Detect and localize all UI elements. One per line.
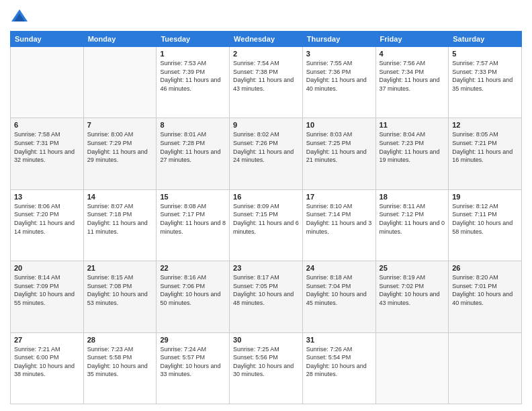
- day-info: Sunrise: 8:10 AMSunset: 7:14 PMDaylight:…: [306, 202, 372, 236]
- calendar-cell: 31Sunrise: 7:26 AMSunset: 5:54 PMDayligh…: [302, 332, 375, 404]
- calendar-week-1: 1Sunrise: 7:53 AMSunset: 7:39 PMDaylight…: [11, 47, 522, 118]
- day-number: 6: [14, 121, 80, 129]
- day-number: 3: [306, 50, 372, 58]
- day-number: 5: [452, 50, 518, 58]
- day-number: 15: [160, 193, 226, 201]
- calendar-cell: 24Sunrise: 8:18 AMSunset: 7:04 PMDayligh…: [302, 261, 375, 332]
- calendar-cell: 23Sunrise: 8:17 AMSunset: 7:05 PMDayligh…: [230, 261, 303, 332]
- weekday-header-sunday: Sunday: [11, 32, 84, 47]
- calendar-cell: 4Sunrise: 7:56 AMSunset: 7:34 PMDaylight…: [375, 47, 449, 118]
- day-info: Sunrise: 8:01 AMSunset: 7:28 PMDaylight:…: [160, 130, 226, 164]
- day-info: Sunrise: 7:23 AMSunset: 5:58 PMDaylight:…: [87, 345, 153, 379]
- day-info: Sunrise: 8:14 AMSunset: 7:09 PMDaylight:…: [14, 273, 80, 307]
- day-number: 12: [452, 121, 518, 129]
- weekday-header-thursday: Thursday: [302, 32, 375, 47]
- day-number: 9: [233, 121, 299, 129]
- day-number: 20: [14, 264, 80, 272]
- calendar-cell: 20Sunrise: 8:14 AMSunset: 7:09 PMDayligh…: [11, 261, 84, 332]
- day-number: 19: [452, 193, 518, 201]
- day-info: Sunrise: 8:02 AMSunset: 7:26 PMDaylight:…: [233, 130, 299, 164]
- day-info: Sunrise: 8:20 AMSunset: 7:01 PMDaylight:…: [452, 273, 518, 307]
- calendar-cell: 12Sunrise: 8:05 AMSunset: 7:21 PMDayligh…: [449, 118, 522, 189]
- day-number: 23: [233, 264, 299, 272]
- day-number: 4: [380, 50, 445, 58]
- day-info: Sunrise: 8:00 AMSunset: 7:29 PMDaylight:…: [87, 130, 153, 164]
- calendar-week-4: 20Sunrise: 8:14 AMSunset: 7:09 PMDayligh…: [11, 261, 522, 332]
- day-number: 14: [87, 193, 153, 201]
- day-number: 18: [380, 193, 445, 201]
- day-number: 29: [160, 336, 226, 344]
- day-info: Sunrise: 8:07 AMSunset: 7:18 PMDaylight:…: [87, 202, 153, 236]
- day-info: Sunrise: 7:58 AMSunset: 7:31 PMDaylight:…: [14, 130, 80, 164]
- day-info: Sunrise: 8:03 AMSunset: 7:25 PMDaylight:…: [306, 130, 372, 164]
- day-info: Sunrise: 8:09 AMSunset: 7:15 PMDaylight:…: [233, 202, 299, 236]
- day-number: 26: [452, 264, 518, 272]
- calendar-cell: 16Sunrise: 8:09 AMSunset: 7:15 PMDayligh…: [230, 189, 303, 261]
- calendar-cell: 27Sunrise: 7:21 AMSunset: 6:00 PMDayligh…: [11, 332, 84, 404]
- calendar-cell: 2Sunrise: 7:54 AMSunset: 7:38 PMDaylight…: [230, 47, 303, 118]
- day-info: Sunrise: 8:08 AMSunset: 7:17 PMDaylight:…: [160, 202, 226, 236]
- calendar-cell: [375, 332, 449, 404]
- calendar-cell: 19Sunrise: 8:12 AMSunset: 7:11 PMDayligh…: [449, 189, 522, 261]
- day-number: 28: [87, 336, 153, 344]
- day-info: Sunrise: 7:55 AMSunset: 7:36 PMDaylight:…: [306, 59, 372, 93]
- calendar-cell: 18Sunrise: 8:11 AMSunset: 7:12 PMDayligh…: [375, 189, 449, 261]
- day-number: 1: [160, 50, 226, 58]
- calendar-cell: 14Sunrise: 8:07 AMSunset: 7:18 PMDayligh…: [83, 189, 157, 261]
- header: [10, 7, 522, 26]
- calendar-cell: [83, 47, 157, 118]
- calendar-cell: 6Sunrise: 7:58 AMSunset: 7:31 PMDaylight…: [11, 118, 84, 189]
- day-number: 25: [380, 264, 445, 272]
- calendar-week-5: 27Sunrise: 7:21 AMSunset: 6:00 PMDayligh…: [11, 332, 522, 404]
- day-info: Sunrise: 7:53 AMSunset: 7:39 PMDaylight:…: [160, 59, 226, 93]
- day-number: 8: [160, 121, 226, 129]
- day-number: 22: [160, 264, 226, 272]
- day-info: Sunrise: 8:12 AMSunset: 7:11 PMDaylight:…: [452, 202, 518, 236]
- calendar-cell: 28Sunrise: 7:23 AMSunset: 5:58 PMDayligh…: [83, 332, 157, 404]
- weekday-header-wednesday: Wednesday: [230, 32, 303, 47]
- day-info: Sunrise: 8:18 AMSunset: 7:04 PMDaylight:…: [306, 273, 372, 307]
- weekday-header-saturday: Saturday: [449, 32, 522, 47]
- calendar-cell: 8Sunrise: 8:01 AMSunset: 7:28 PMDaylight…: [157, 118, 230, 189]
- day-info: Sunrise: 7:54 AMSunset: 7:38 PMDaylight:…: [233, 59, 299, 93]
- day-number: 31: [306, 336, 372, 344]
- calendar-cell: 22Sunrise: 8:16 AMSunset: 7:06 PMDayligh…: [157, 261, 230, 332]
- weekday-header-friday: Friday: [375, 32, 449, 47]
- calendar-cell: 3Sunrise: 7:55 AMSunset: 7:36 PMDaylight…: [302, 47, 375, 118]
- calendar-cell: [449, 332, 522, 404]
- day-number: 13: [14, 193, 80, 201]
- calendar-cell: 29Sunrise: 7:24 AMSunset: 5:57 PMDayligh…: [157, 332, 230, 404]
- day-number: 17: [306, 193, 372, 201]
- calendar-cell: 21Sunrise: 8:15 AMSunset: 7:08 PMDayligh…: [83, 261, 157, 332]
- calendar-week-2: 6Sunrise: 7:58 AMSunset: 7:31 PMDaylight…: [11, 118, 522, 189]
- calendar-cell: 7Sunrise: 8:00 AMSunset: 7:29 PMDaylight…: [83, 118, 157, 189]
- day-number: 27: [14, 336, 80, 344]
- day-number: 16: [233, 193, 299, 201]
- calendar-week-3: 13Sunrise: 8:06 AMSunset: 7:20 PMDayligh…: [11, 189, 522, 261]
- day-info: Sunrise: 8:06 AMSunset: 7:20 PMDaylight:…: [14, 202, 80, 236]
- day-info: Sunrise: 8:17 AMSunset: 7:05 PMDaylight:…: [233, 273, 299, 307]
- day-number: 21: [87, 264, 153, 272]
- day-number: 2: [233, 50, 299, 58]
- day-info: Sunrise: 7:57 AMSunset: 7:33 PMDaylight:…: [452, 59, 518, 93]
- day-info: Sunrise: 8:04 AMSunset: 7:23 PMDaylight:…: [380, 130, 445, 164]
- calendar-cell: 30Sunrise: 7:25 AMSunset: 5:56 PMDayligh…: [230, 332, 303, 404]
- weekday-header-tuesday: Tuesday: [157, 32, 230, 47]
- day-info: Sunrise: 7:56 AMSunset: 7:34 PMDaylight:…: [380, 59, 445, 93]
- day-info: Sunrise: 8:15 AMSunset: 7:08 PMDaylight:…: [87, 273, 153, 307]
- calendar-table: SundayMondayTuesdayWednesdayThursdayFrid…: [10, 31, 522, 404]
- weekday-header-row: SundayMondayTuesdayWednesdayThursdayFrid…: [11, 32, 522, 47]
- calendar-cell: 17Sunrise: 8:10 AMSunset: 7:14 PMDayligh…: [302, 189, 375, 261]
- day-number: 11: [380, 121, 445, 129]
- calendar-cell: [11, 47, 84, 118]
- logo-icon: [10, 7, 29, 26]
- day-number: 7: [87, 121, 153, 129]
- day-info: Sunrise: 7:21 AMSunset: 6:00 PMDaylight:…: [14, 345, 80, 379]
- day-info: Sunrise: 8:16 AMSunset: 7:06 PMDaylight:…: [160, 273, 226, 307]
- page: SundayMondayTuesdayWednesdayThursdayFrid…: [0, 0, 532, 411]
- calendar-cell: 25Sunrise: 8:19 AMSunset: 7:02 PMDayligh…: [375, 261, 449, 332]
- day-info: Sunrise: 7:24 AMSunset: 5:57 PMDaylight:…: [160, 345, 226, 379]
- day-info: Sunrise: 8:05 AMSunset: 7:21 PMDaylight:…: [452, 130, 518, 164]
- day-number: 24: [306, 264, 372, 272]
- calendar-cell: 26Sunrise: 8:20 AMSunset: 7:01 PMDayligh…: [449, 261, 522, 332]
